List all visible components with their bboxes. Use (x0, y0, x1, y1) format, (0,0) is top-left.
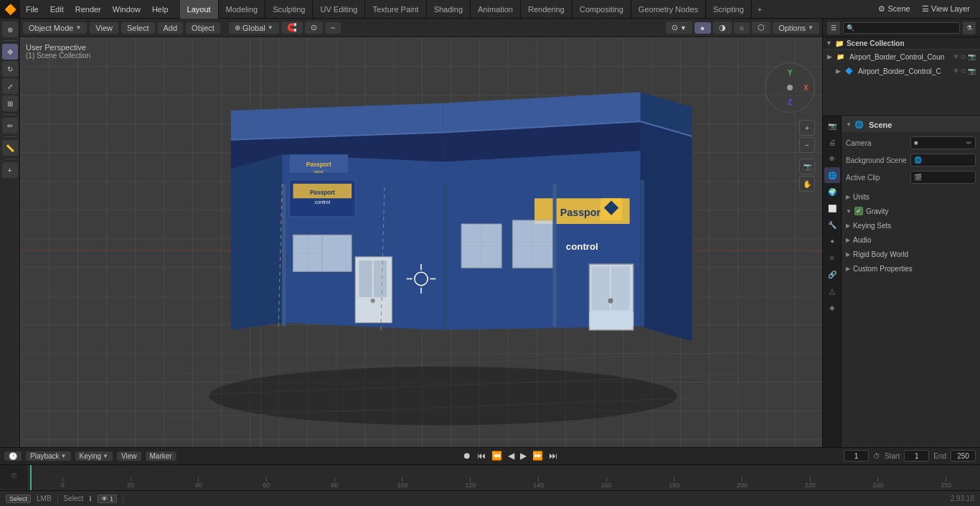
props-icon-scene[interactable]: 🌐 (824, 167, 840, 183)
zoom-out-btn[interactable]: − (799, 137, 815, 153)
item-render-btn-0[interactable]: 📷 (968, 53, 976, 60)
gravity-section[interactable]: ▼ ✓ Gravity (842, 204, 980, 218)
add-menu[interactable]: Add (158, 22, 184, 34)
camera-value[interactable]: ■ ✏ (910, 136, 976, 149)
start-frame-input[interactable] (904, 450, 929, 462)
gravity-checkbox[interactable]: ✓ (854, 207, 863, 215)
play-reverse-btn[interactable]: ◀ (507, 451, 516, 461)
tab-rendering[interactable]: Rendering (521, 0, 573, 19)
camera-edit-icon[interactable]: ✏ (966, 139, 972, 146)
marker-menu[interactable]: Marker (146, 451, 176, 461)
menu-edit[interactable]: Edit (44, 0, 70, 19)
view-menu[interactable]: View (90, 22, 118, 34)
props-icon-constraints[interactable]: 🔗 (824, 266, 840, 282)
background-scene-value[interactable]: 🌐 (910, 154, 976, 167)
props-icon-view[interactable]: 👁 (824, 151, 840, 167)
outliner-search-bar[interactable]: 🔍 (843, 22, 960, 34)
zoom-in-btn[interactable]: + (799, 120, 815, 136)
props-icon-modifier[interactable]: 🔧 (824, 217, 840, 233)
props-icon-physics[interactable]: ⚛ (824, 250, 840, 266)
play-btn[interactable]: ▶ (519, 451, 528, 461)
transform-global-dropdown[interactable]: ⊕ Global ▼ (229, 22, 279, 34)
tab-modeling[interactable]: Modeling (219, 0, 266, 19)
select-menu[interactable]: Select (121, 22, 155, 34)
step-back-btn[interactable]: ⏪ (490, 451, 504, 461)
menu-file[interactable]: File (20, 0, 44, 19)
snap-button[interactable]: 🧲 (281, 22, 303, 34)
viewport-gizmo[interactable]: X Y Z (765, 62, 815, 113)
props-icon-world[interactable]: 🌍 (824, 184, 840, 200)
props-icon-render[interactable]: 📷 (824, 118, 840, 133)
hand-tool-btn[interactable]: ✋ (799, 176, 815, 192)
keying-sets-section[interactable]: ▶ Keying Sets (842, 218, 980, 233)
tab-geometry-nodes[interactable]: Geometry Nodes (631, 0, 706, 19)
rigid-body-world-section[interactable]: ▶ Rigid Body World (842, 247, 980, 261)
item-select-btn-0[interactable]: ⊙ (961, 53, 966, 60)
tab-scripting[interactable]: Scripting (706, 0, 752, 19)
jump-start-btn[interactable]: ⏮ (476, 451, 487, 461)
tab-uv-editing[interactable]: UV Editing (313, 0, 365, 19)
options-dropdown[interactable]: Options ▼ (773, 22, 819, 34)
keying-menu[interactable]: Keying ▼ (75, 451, 113, 461)
camera-view-btn[interactable]: 📷 (799, 159, 815, 174)
props-icon-particles[interactable]: ✦ (824, 233, 840, 249)
outliner-toggle-btn[interactable]: ☰ (827, 22, 840, 34)
shading-wireframe[interactable]: ⬡ (752, 22, 771, 34)
tab-shading[interactable]: Shading (427, 0, 471, 19)
shading-rendered[interactable]: ○ (734, 22, 750, 34)
cursor-tool[interactable]: ⊕ (2, 22, 18, 37)
transform-tool[interactable]: ⊞ (2, 95, 18, 111)
annotate-tool[interactable]: ✏ (2, 118, 18, 133)
outliner-filter-btn[interactable]: ⚗ (963, 22, 976, 34)
scene-section-header[interactable]: ▼ 🌐 Scene (842, 116, 980, 132)
tab-sculpting[interactable]: Sculpting (265, 0, 313, 19)
shading-material[interactable]: ◑ (713, 22, 732, 34)
props-icon-material[interactable]: ◈ (824, 299, 840, 315)
add-object-tool[interactable]: + (2, 162, 18, 178)
proportional-edit-button[interactable]: ⊙ (305, 22, 323, 34)
menu-help[interactable]: Help (146, 0, 174, 19)
rotate-tool[interactable]: ↻ (2, 61, 18, 77)
menu-render[interactable]: Render (70, 0, 107, 19)
graph-button[interactable]: ~ (325, 22, 341, 34)
outliner-item-1[interactable]: ▶ 🔷 Airport_Border_Control_C 👁 ⊙ 📷 (831, 64, 980, 78)
add-workspace-tab[interactable]: + (752, 0, 768, 19)
tab-layout[interactable]: Layout (180, 0, 219, 19)
current-frame-input[interactable] (844, 450, 869, 462)
object-menu[interactable]: Object (186, 22, 220, 34)
menu-window[interactable]: Window (107, 0, 146, 19)
view-layer-selector[interactable]: ☰ View Layer (918, 4, 974, 14)
jump-end-btn[interactable]: ⏭ (547, 451, 559, 461)
timeline-playhead[interactable] (30, 465, 32, 490)
item-render-btn-1[interactable]: 📷 (968, 67, 976, 75)
scene-selector[interactable]: ⚙ Scene (874, 4, 914, 14)
item-visibility-btn-0[interactable]: 👁 (953, 53, 959, 60)
custom-properties-section[interactable]: ▶ Custom Properties (842, 261, 980, 276)
object-mode-dropdown[interactable]: Object Mode ▼ (23, 22, 87, 34)
measure-tool[interactable]: 📏 (2, 140, 18, 156)
tab-texture-paint[interactable]: Texture Paint (365, 0, 426, 19)
tab-compositing[interactable]: Compositing (573, 0, 631, 19)
outliner-item-0[interactable]: ▶ 📁 Airport_Border_Control_Coun 👁 ⊙ 📷 (823, 50, 980, 64)
step-forward-btn[interactable]: ⏩ (531, 451, 545, 461)
scale-tool[interactable]: ⤢ (2, 78, 18, 94)
props-icon-output[interactable]: 🖨 (824, 134, 840, 150)
viewport-area[interactable]: Object Mode ▼ View Select Add Object ⊕ G… (20, 19, 822, 447)
end-frame-input[interactable] (951, 450, 976, 462)
shading-solid[interactable]: ● (694, 22, 711, 34)
playback-menu[interactable]: Playback ▼ (26, 451, 71, 461)
record-btn[interactable]: ⏺ (461, 451, 473, 461)
tab-animation[interactable]: Animation (471, 0, 521, 19)
props-icon-object[interactable]: ⬜ (824, 200, 840, 216)
viewport-canvas[interactable]: Passport control Passport control (20, 37, 822, 447)
item-visibility-btn-1[interactable]: 👁 (953, 67, 959, 75)
active-clip-value[interactable]: 🎬 (910, 171, 976, 184)
audio-section[interactable]: ▶ Audio (842, 233, 980, 247)
timeline-ruler[interactable]: ⏱ 0 20 40 60 80 100 120 140 160 180 200 … (0, 465, 980, 490)
view-menu-timeline[interactable]: View (117, 451, 141, 461)
overlay-options[interactable]: ⊙ ▼ (666, 22, 692, 34)
props-icon-data[interactable]: △ (824, 283, 840, 299)
units-section[interactable]: ▶ Units (842, 189, 980, 204)
item-select-btn-1[interactable]: ⊙ (961, 67, 966, 75)
move-tool[interactable]: ✥ (2, 44, 18, 60)
